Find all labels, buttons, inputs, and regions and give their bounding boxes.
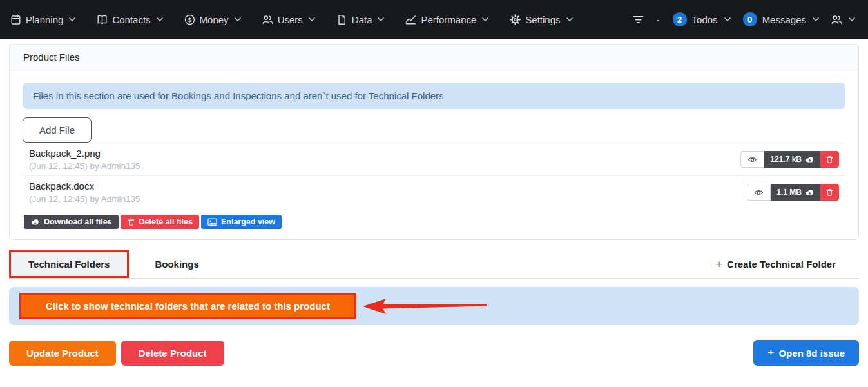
product-files-body: Files in this section are used for Booki…	[10, 70, 858, 239]
calendar-icon	[10, 14, 21, 25]
technical-folders-panel: Click to show technical folders that are…	[9, 287, 859, 325]
nav-item-label: Data	[352, 14, 372, 25]
nav-item-planning[interactable]: Planning	[10, 14, 75, 25]
nav-item-label: Contacts	[112, 14, 150, 25]
footer-actions: Update Product Delete Product + Open 8d …	[9, 340, 859, 366]
file-size-badge[interactable]: 1.1 MB	[771, 184, 820, 201]
chevron-down-icon	[482, 17, 488, 21]
svg-text:$: $	[188, 15, 191, 23]
nav-item-data[interactable]: Data	[336, 14, 385, 25]
cloud-download-icon	[805, 188, 815, 196]
plus-icon: +	[715, 258, 722, 270]
chevron-down-icon	[157, 17, 163, 21]
info-banner: Files in this section are used for Booki…	[23, 83, 845, 109]
nav-item-label: Planning	[26, 14, 63, 25]
file-row: Backpack.docx (Jun 12, 12:45) by Admin13…	[23, 175, 845, 208]
nav-item-settings[interactable]: Settings	[510, 14, 572, 25]
tab-technical-folders[interactable]: Technical Folders	[9, 250, 129, 278]
book-icon	[97, 14, 108, 25]
enlarged-view-button[interactable]: Enlarged view	[201, 215, 282, 229]
preview-file-button[interactable]	[747, 184, 771, 201]
navbar-right: - 2 Todos 0 Messages	[633, 12, 855, 26]
document-icon	[336, 14, 347, 25]
nav-item-label: Performance	[421, 14, 476, 25]
nav-item-todos[interactable]: 2 Todos	[673, 12, 731, 26]
chevron-down-icon	[724, 17, 731, 21]
bulk-actions: Download all files Delete all files Enla…	[24, 215, 845, 229]
navbar-menu: Planning Contacts $ Money Users Data Per…	[10, 14, 573, 25]
create-technical-folder-button[interactable]: + Create Technical Folder	[715, 250, 859, 278]
open-8d-issue-button[interactable]: + Open 8d issue	[753, 340, 859, 366]
chevron-down-icon	[69, 17, 75, 21]
open-8d-issue-label: Open 8d issue	[778, 348, 845, 359]
file-row: Backpack_2.png (Jun 12, 12:45) by Admin1…	[23, 143, 845, 175]
eye-icon	[754, 188, 764, 197]
product-files-header: Product Files	[10, 45, 858, 70]
main-content: Product Files Files in this section are …	[0, 39, 868, 366]
update-product-button[interactable]: Update Product	[9, 341, 116, 366]
trash-icon	[825, 188, 834, 197]
nav-item-label: Money	[200, 14, 229, 25]
delete-all-files-button[interactable]: Delete all files	[121, 215, 199, 229]
dollar-circle-icon: $	[184, 14, 195, 25]
file-name: Backpack.docx	[29, 181, 140, 192]
todos-label: Todos	[692, 14, 718, 25]
preview-file-button[interactable]	[740, 151, 764, 168]
people-icon	[831, 14, 842, 25]
file-meta: (Jun 12, 12:45) by Admin135	[29, 161, 140, 171]
file-list: Backpack_2.png (Jun 12, 12:45) by Admin1…	[23, 143, 845, 208]
line-chart-icon	[405, 14, 416, 25]
file-actions-group: 1.1 MB	[747, 184, 839, 201]
nav-item-label: Settings	[525, 14, 560, 25]
chevron-down-icon	[566, 17, 573, 21]
chevron-down-icon	[378, 17, 384, 21]
card-title: Product Files	[23, 52, 80, 63]
create-technical-folder-label: Create Technical Folder	[727, 259, 836, 270]
gear-icon	[510, 14, 521, 25]
delete-product-button[interactable]: Delete Product	[121, 341, 224, 366]
eye-icon	[747, 155, 757, 164]
nav-item-label: Users	[278, 14, 303, 25]
nav-item-users[interactable]: Users	[262, 14, 315, 25]
top-navbar: Planning Contacts $ Money Users Data Per…	[0, 0, 868, 39]
todos-count-badge: 2	[673, 12, 687, 26]
plus-icon: +	[767, 347, 775, 359]
cloud-download-icon	[30, 218, 40, 226]
filter-icon[interactable]	[633, 14, 644, 25]
chevron-down-icon	[235, 17, 241, 21]
nav-item-contacts[interactable]: Contacts	[97, 14, 162, 25]
file-info: Backpack.docx (Jun 12, 12:45) by Admin13…	[29, 181, 140, 204]
chevron-down-icon	[813, 17, 819, 21]
messages-label: Messages	[762, 14, 806, 25]
file-name: Backpack_2.png	[29, 148, 140, 159]
trash-icon	[127, 217, 135, 226]
download-all-label: Download all files	[44, 217, 112, 226]
tab-bookings[interactable]: Bookings	[142, 250, 211, 278]
file-size: 1.1 MB	[776, 188, 802, 197]
nav-dash: -	[656, 14, 661, 25]
file-size: 121.7 kB	[770, 155, 802, 164]
delete-file-button[interactable]	[820, 184, 839, 201]
nav-item-performance[interactable]: Performance	[405, 14, 488, 25]
messages-count-badge: 0	[743, 12, 757, 26]
users-icon	[262, 14, 273, 25]
account-menu[interactable]	[831, 14, 855, 25]
delete-all-label: Delete all files	[139, 217, 193, 226]
file-size-badge[interactable]: 121.7 kB	[764, 151, 820, 168]
file-info: Backpack_2.png (Jun 12, 12:45) by Admin1…	[29, 148, 140, 171]
file-actions-group: 121.7 kB	[740, 151, 839, 168]
delete-file-button[interactable]	[820, 151, 839, 168]
chevron-down-icon	[849, 17, 855, 21]
product-files-card: Product Files Files in this section are …	[9, 44, 859, 240]
download-all-files-button[interactable]: Download all files	[24, 215, 119, 229]
enlarged-view-label: Enlarged view	[221, 217, 275, 226]
annotation-arrow-icon	[362, 297, 488, 315]
nav-item-messages[interactable]: 0 Messages	[743, 12, 819, 26]
chevron-down-icon	[309, 17, 315, 21]
add-file-button[interactable]: Add File	[23, 117, 92, 143]
image-icon	[207, 217, 217, 226]
cloud-download-icon	[805, 155, 815, 163]
nav-item-money[interactable]: $ Money	[184, 14, 241, 25]
show-technical-folders-button[interactable]: Click to show technical folders that are…	[19, 293, 356, 319]
trash-icon	[825, 155, 834, 164]
